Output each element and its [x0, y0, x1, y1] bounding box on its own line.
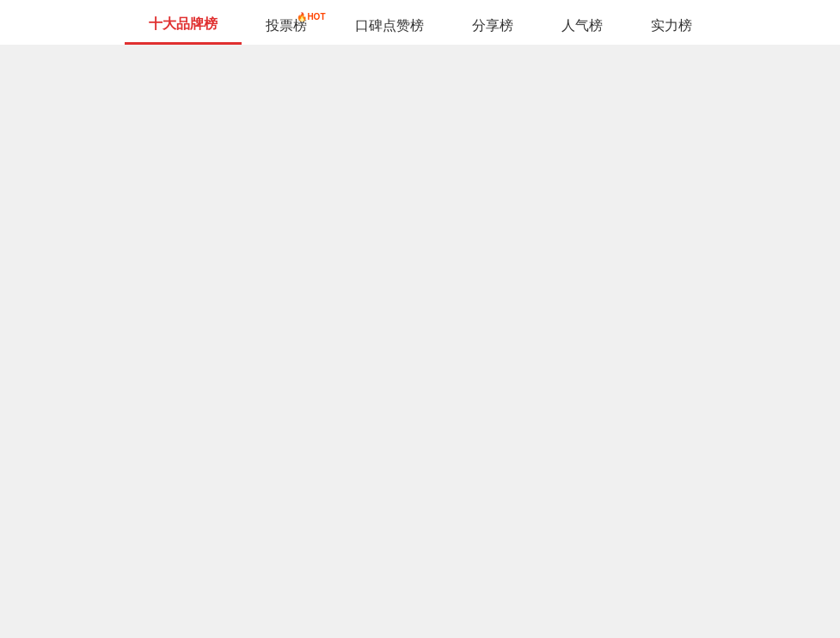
nav-tab-top10[interactable]: 十大品牌榜 — [125, 9, 242, 45]
nav-tab-strength[interactable]: 实力榜 — [627, 10, 716, 44]
nav-tab-reputation[interactable]: 口碑点赞榜 — [331, 10, 448, 44]
nav-tab-share[interactable]: 分享榜 — [448, 10, 537, 44]
nav-tabs: 十大品牌榜投票榜🔥HOT口碑点赞榜分享榜人气榜实力榜 — [0, 0, 840, 45]
hot-badge: 🔥HOT — [297, 12, 325, 21]
nav-tab-popular[interactable]: 人气榜 — [537, 10, 627, 44]
brand-list — [0, 45, 840, 58]
nav-tab-vote[interactable]: 投票榜🔥HOT — [242, 10, 331, 44]
